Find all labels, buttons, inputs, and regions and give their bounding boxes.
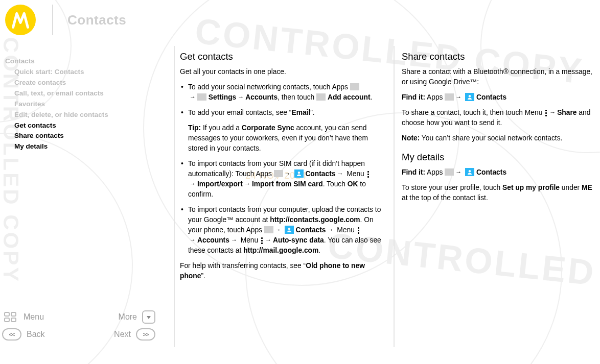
section-title-share-contacts: Share contacts	[402, 50, 599, 64]
intro-text: Get all your contacts in one place.	[180, 67, 384, 77]
toc-item[interactable]: Favorites	[5, 99, 164, 110]
page-title: Contacts	[67, 12, 126, 28]
settings-chip-icon	[197, 93, 206, 101]
find-it-share: Find it: Apps → Contacts	[402, 92, 599, 103]
toc-item[interactable]: Call, text, or email contacts	[5, 88, 164, 99]
menu-dots-icon	[260, 237, 264, 244]
my-details-body: To store your user profile, touch Set up…	[402, 183, 599, 203]
add-chip-icon	[316, 93, 326, 101]
toc: ContactsQuick start: ContactsCreate cont…	[5, 56, 164, 152]
svg-point-7	[469, 95, 471, 97]
bullet-social: To add your social networking contacts, …	[180, 82, 384, 103]
menu-grid-icon[interactable]	[2, 311, 18, 323]
menu-dots-icon	[544, 110, 548, 116]
svg-rect-0	[5, 312, 9, 316]
section-title-my-details: My details	[402, 151, 599, 164]
next-icon[interactable]: >>	[136, 328, 155, 341]
footer-nav: Menu More << Back Next >>	[2, 308, 155, 343]
more-icon[interactable]	[142, 310, 155, 324]
bullet-email: To add your email contacts, see “Email”.	[180, 108, 384, 118]
bullet-sim: To import contacts from your SIM card (i…	[180, 159, 384, 200]
toc-item[interactable]: Get contacts	[5, 120, 164, 131]
contacts-app-icon	[285, 226, 294, 234]
more-label[interactable]: More	[111, 312, 137, 322]
apps-chip-icon	[445, 93, 454, 101]
contacts-app-icon	[465, 168, 474, 176]
apps-chip-icon	[264, 226, 273, 233]
header-divider	[52, 5, 53, 35]
share-howto: To share a contact, touch it, then touch…	[402, 108, 599, 128]
content-column-2: Share contacts Share a contact with a Bl…	[402, 46, 599, 347]
share-note: Note: You can’t share your social networ…	[402, 133, 599, 143]
toc-item[interactable]: Create contacts	[5, 78, 164, 88]
toc-item[interactable]: Share contacts	[5, 131, 164, 141]
find-it-details: Find it: Apps → Contacts	[402, 167, 599, 178]
motorola-logo	[5, 5, 36, 35]
motorola-m-icon	[11, 11, 30, 29]
apps-chip-icon	[350, 83, 359, 90]
apps-chip-icon	[445, 168, 454, 176]
svg-rect-1	[11, 312, 16, 316]
toc-item[interactable]: My details	[5, 141, 164, 152]
toc-item[interactable]: Quick start: Contacts	[5, 67, 164, 78]
toc-item[interactable]: Edit, delete, or hide contacts	[5, 110, 164, 120]
svg-point-8	[469, 170, 471, 172]
svg-point-6	[288, 228, 290, 230]
tip-paragraph: Tip: If you add a Corporate Sync account…	[180, 123, 384, 154]
column-separator-left	[174, 46, 175, 347]
bullet-computer: To import contacts from your computer, u…	[180, 205, 384, 256]
next-label[interactable]: Next	[105, 330, 131, 339]
back-icon[interactable]: <<	[2, 328, 21, 341]
menu-dots-icon	[366, 171, 370, 178]
outro-paragraph: For help with transferring contacts, see…	[180, 261, 384, 281]
contacts-app-icon	[465, 93, 474, 101]
column-separator-right	[394, 46, 395, 347]
menu-label[interactable]: Menu	[24, 312, 64, 322]
sidebar: ContactsQuick start: ContactsCreate cont…	[0, 46, 174, 346]
svg-rect-3	[11, 318, 16, 322]
toc-item[interactable]: Contacts	[5, 56, 164, 67]
content-column-1: Get contacts Get all your contacts in on…	[180, 46, 384, 347]
svg-rect-2	[5, 318, 9, 322]
section-title-get-contacts: Get contacts	[180, 50, 384, 64]
page-header: Contacts	[0, 0, 600, 40]
share-intro: Share a contact with a Bluetooth® connec…	[402, 67, 599, 87]
svg-marker-4	[147, 316, 151, 319]
apps-chip-icon	[274, 170, 283, 177]
contacts-app-icon	[294, 169, 304, 178]
svg-point-5	[297, 172, 299, 174]
back-label[interactable]: Back	[27, 330, 67, 339]
menu-dots-icon	[357, 227, 360, 234]
